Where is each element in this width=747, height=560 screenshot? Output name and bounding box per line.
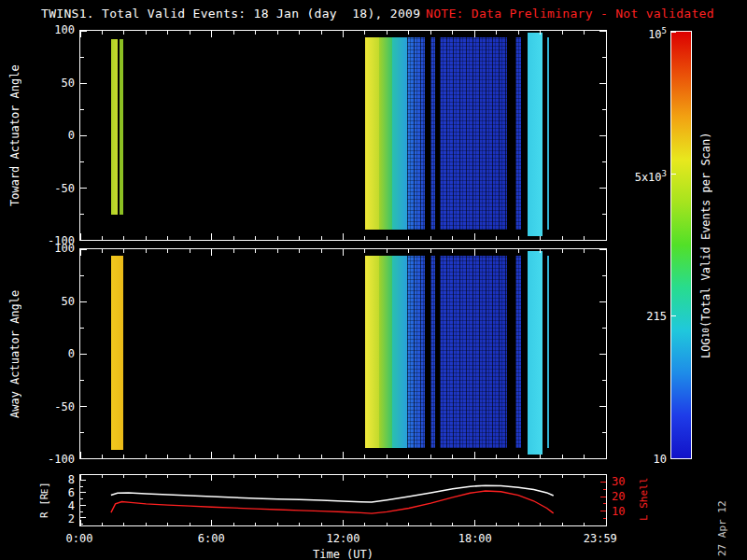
- ytick-label: 0: [43, 347, 75, 360]
- spectrogram-band: [528, 33, 543, 235]
- lshell-tick-label: 30: [612, 475, 625, 488]
- spectrogram-band: [392, 37, 406, 230]
- toward-ytick-labels: 100500-50-100: [43, 30, 75, 241]
- away-ytick-labels: 100500-50-100: [43, 248, 75, 459]
- r-line: [111, 485, 554, 502]
- orbit-line-chart: [80, 475, 606, 525]
- time-axis-tick-labels: 0:006:0012:0018:0023:59: [79, 532, 607, 545]
- colorbar-tick: [671, 458, 676, 459]
- date-stamp: 27 Apr 12: [715, 470, 728, 556]
- ytick-label: 100: [43, 23, 75, 36]
- spectrogram-band: [407, 256, 425, 448]
- ytick-label: -100: [43, 453, 75, 466]
- ytick-label: 100: [43, 242, 75, 255]
- time-tick-label: 18:00: [458, 532, 492, 545]
- spectrogram-band: [440, 256, 508, 448]
- spectrogram-band: [440, 37, 508, 230]
- r-axis-label: R [RE]: [37, 472, 51, 528]
- spectrogram-band: [528, 251, 543, 454]
- spectrogram-band: [392, 256, 406, 448]
- lshell-tick-label: 10: [612, 505, 625, 518]
- plot-title: TWINS1. Total Valid Events: 18 Jan (day …: [41, 7, 420, 21]
- toward-band-layer: [80, 31, 606, 240]
- colorbar-title-post: (Total Valid Events per Scan): [699, 132, 712, 328]
- time-tick-label: 6:00: [198, 532, 225, 545]
- spectrogram-band: [111, 39, 119, 215]
- spectrogram-band: [111, 256, 123, 450]
- r-axis-label-sub: E: [40, 488, 49, 493]
- colorbar-tick: [671, 315, 676, 316]
- spectrogram-band: [365, 256, 379, 448]
- spectrogram-band: [430, 37, 434, 230]
- twins-spectrogram-plot: TWINS1. Total Valid Events: 18 Jan (day …: [0, 0, 747, 560]
- away-axis-label: Away Actuator Angle: [7, 248, 22, 459]
- spectrogram-band: [379, 256, 392, 448]
- plot-note: NOTE: Data Preliminary - Not validated: [426, 7, 714, 21]
- lshell-axis-tick-labels: 302010: [610, 474, 636, 526]
- colorbar-tick-label: 105: [603, 24, 667, 37]
- ytick-label: 0: [43, 129, 75, 142]
- ytick-label: -50: [43, 182, 75, 195]
- lshell-axis-label: L Shell: [637, 470, 651, 528]
- colorbar: [670, 31, 692, 459]
- r-tick-label: 6: [50, 486, 75, 499]
- away-band-layer: [80, 249, 606, 458]
- ytick-label: 50: [43, 77, 75, 90]
- colorbar-tick: [671, 174, 676, 175]
- colorbar-gradient: [671, 32, 691, 458]
- spectrogram-band: [547, 37, 550, 230]
- lshell-tick-label: 20: [612, 490, 625, 503]
- r-axis-label-close: ]: [38, 483, 50, 489]
- toward-axis-label: Toward Actuator Angle: [7, 30, 22, 241]
- colorbar-tick-label: 5x103: [603, 167, 667, 180]
- spectrogram-band: [515, 256, 521, 448]
- spectrogram-band: [407, 37, 425, 230]
- spectrogram-band: [120, 39, 123, 215]
- colorbar-tick-label: 10: [603, 453, 667, 466]
- time-tick-label: 23:59: [584, 532, 617, 545]
- spectrogram-band: [430, 256, 434, 448]
- time-axis-title: Time (UT): [79, 548, 607, 560]
- orbit-line-panel: [79, 474, 607, 526]
- spectrogram-band: [515, 37, 521, 230]
- time-tick-label: 12:00: [326, 532, 359, 545]
- ytick-label: 50: [43, 295, 75, 308]
- r-tick-label: 2: [50, 512, 75, 525]
- away-spectrogram-panel: [79, 248, 607, 459]
- spectrogram-band: [547, 256, 550, 448]
- colorbar-title-sub: 10: [701, 328, 711, 338]
- time-tick-label: 0:00: [66, 532, 93, 545]
- r-tick-label: 4: [50, 499, 75, 512]
- colorbar-tick-label: 215: [603, 310, 667, 323]
- colorbar-tick: [671, 32, 676, 33]
- ytick-label: -50: [43, 400, 75, 413]
- toward-spectrogram-panel: [79, 30, 607, 241]
- r-tick-label: 8: [50, 473, 75, 486]
- spectrogram-band: [379, 37, 392, 230]
- r-axis-tick-labels: 8642: [50, 474, 75, 526]
- colorbar-tick-labels: 1055x10321510: [603, 31, 667, 459]
- colorbar-title: LOG10(Total Valid Events per Scan): [698, 34, 713, 456]
- colorbar-title-pre: LOG: [699, 338, 712, 358]
- r-axis-label-text: R [R: [38, 494, 50, 519]
- spectrogram-band: [365, 37, 379, 230]
- lshell-line: [111, 491, 554, 513]
